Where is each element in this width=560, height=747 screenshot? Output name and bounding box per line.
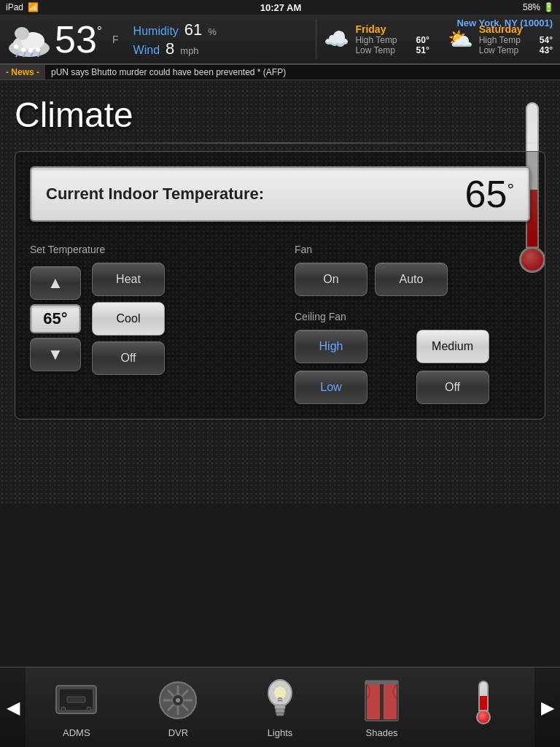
cool-button[interactable]: Cool bbox=[92, 302, 165, 336]
climate-panel: Current Indoor Temperature: 65 ° Set Tem… bbox=[15, 151, 545, 419]
shades-icon bbox=[358, 677, 405, 724]
cf-medium-button[interactable]: Medium bbox=[416, 330, 489, 363]
adms-icon bbox=[52, 677, 100, 724]
news-ticker: - News - pUN says Bhutto murder could ha… bbox=[0, 64, 560, 80]
saturday-high-label: High Temp bbox=[479, 35, 521, 45]
main-area: Climate Current Indoor Temperature: 65 °… bbox=[0, 80, 560, 503]
adms-label: ADMS bbox=[63, 727, 90, 738]
fan-auto-button[interactable]: Auto bbox=[375, 263, 448, 296]
forecast-saturday-icon: ⛅ bbox=[448, 27, 473, 51]
set-temp-section: Set Temperature ▲ 65° ▼ Heat Cool Off bbox=[30, 244, 265, 404]
lights-label: Lights bbox=[268, 727, 293, 738]
status-bar: iPad 📶 10:27 AM 58% 🔋 bbox=[0, 0, 560, 15]
ceiling-fan-label: Ceiling Fan bbox=[295, 311, 530, 322]
svg-point-7 bbox=[36, 47, 40, 52]
saturday-low-label: Low Temp bbox=[479, 45, 518, 55]
humidity-unit: % bbox=[208, 26, 217, 37]
svg-rect-30 bbox=[276, 709, 284, 713]
main-divider bbox=[15, 142, 545, 144]
temp-down-button[interactable]: ▼ bbox=[30, 338, 81, 371]
nav-item-shades[interactable]: Shades bbox=[354, 673, 409, 742]
indoor-temp-box: Current Indoor Temperature: 65 ° bbox=[30, 166, 530, 222]
temp-value: 53 bbox=[55, 20, 97, 58]
fan-label: Fan bbox=[295, 244, 530, 255]
humidity-label: Humidity bbox=[133, 25, 179, 38]
wind-value: 8 bbox=[166, 39, 174, 58]
forecast-friday: ☁️ Friday High Temp60° Low Temp51° bbox=[324, 23, 429, 55]
lights-icon bbox=[256, 677, 303, 724]
weather-header: New York, NY (10001) 53 ° bbox=[0, 15, 560, 64]
battery-icon: 🔋 bbox=[543, 2, 554, 12]
status-time: 10:27 AM bbox=[260, 2, 302, 13]
saturday-low-temp: 43° bbox=[540, 45, 553, 55]
svg-point-15 bbox=[87, 707, 91, 711]
temp-unit: ° bbox=[97, 25, 102, 38]
nav-next-button[interactable]: ▶ bbox=[534, 667, 560, 747]
svg-rect-36 bbox=[365, 681, 398, 684]
set-temp-controls: ▲ 65° ▼ Heat Cool Off bbox=[30, 263, 265, 375]
svg-rect-14 bbox=[67, 697, 85, 703]
ceiling-fan-grid: High Medium Low Off bbox=[295, 330, 530, 404]
set-temp-label: Set Temperature bbox=[30, 244, 265, 255]
temp-display: 53 ° bbox=[55, 20, 102, 58]
shades-label: Shades bbox=[366, 727, 398, 738]
nav-items: ADMS bbox=[26, 673, 534, 742]
indoor-temp-value: 65 bbox=[465, 175, 508, 213]
temp-scale-unit: F bbox=[112, 34, 119, 45]
saturday-high-temp: 54° bbox=[540, 35, 553, 45]
climate-nav-icon bbox=[460, 677, 508, 724]
fan-on-button[interactable]: On bbox=[295, 263, 368, 296]
humidity-wind: Humidity 61 % Wind 8 mph bbox=[133, 20, 217, 58]
nav-prev-button[interactable]: ◀ bbox=[0, 667, 26, 747]
svg-point-6 bbox=[28, 48, 33, 53]
climate-title: Climate bbox=[0, 80, 560, 142]
indoor-temp-readout: 65 ° bbox=[465, 175, 514, 213]
location-label: New York, NY (10001) bbox=[456, 18, 553, 28]
cf-high-button[interactable]: High bbox=[295, 330, 368, 363]
wind-row: Wind 8 mph bbox=[133, 39, 217, 58]
heat-button[interactable]: Heat bbox=[92, 263, 165, 296]
temp-scale: F bbox=[112, 34, 119, 45]
indoor-temp-label: Current Indoor Temperature: bbox=[46, 185, 264, 204]
news-text: pUN says Bhutto murder could have been p… bbox=[45, 67, 286, 77]
forecast-friday-icon: ☁️ bbox=[324, 27, 349, 51]
weather-icon-current bbox=[7, 19, 47, 59]
nav-item-dvr[interactable]: DVR bbox=[151, 673, 206, 742]
svg-point-16 bbox=[61, 707, 66, 711]
battery-label: 58% bbox=[523, 2, 540, 12]
wind-label: Wind bbox=[133, 44, 160, 57]
friday-high-label: High Temp bbox=[355, 35, 397, 45]
friday-low-label: Low Temp bbox=[355, 45, 394, 55]
friday-temps: High Temp60° Low Temp51° bbox=[355, 35, 429, 55]
saturday-temps: High Temp54° Low Temp43° bbox=[479, 35, 553, 55]
cf-low-button[interactable]: Low bbox=[295, 371, 368, 404]
device-label: iPad bbox=[6, 2, 23, 12]
friday-high-temp: 60° bbox=[416, 35, 429, 45]
temp-adjuster: ▲ 65° ▼ bbox=[30, 266, 81, 371]
svg-point-3 bbox=[15, 27, 29, 40]
wifi-icon: 📶 bbox=[28, 2, 39, 12]
temp-up-button[interactable]: ▲ bbox=[30, 266, 81, 300]
status-right: 58% 🔋 bbox=[523, 2, 554, 12]
news-label: - News - bbox=[0, 65, 45, 80]
svg-point-5 bbox=[21, 47, 26, 52]
svg-point-4 bbox=[14, 44, 18, 49]
fan-section: Fan On Auto Ceiling Fan High Medium Low … bbox=[295, 244, 530, 404]
nav-item-adms[interactable]: ADMS bbox=[49, 673, 104, 742]
nav-item-lights[interactable]: Lights bbox=[252, 673, 307, 742]
bottom-nav: ◀ ADMS bbox=[0, 667, 560, 747]
svg-rect-31 bbox=[276, 713, 284, 716]
wind-unit: mph bbox=[180, 45, 198, 56]
off-button[interactable]: Off bbox=[92, 341, 165, 375]
nav-item-climate[interactable]: Climate bbox=[456, 673, 511, 742]
current-weather: 53 ° F Humidity 61 % Wind 8 mph bbox=[7, 19, 308, 59]
fan-buttons: On Auto bbox=[295, 263, 530, 296]
friday-low-temp: 51° bbox=[416, 45, 429, 55]
cf-off-button[interactable]: Off bbox=[416, 371, 489, 404]
indoor-temp-deg: ° bbox=[507, 179, 514, 200]
humidity-row: Humidity 61 % bbox=[133, 20, 217, 39]
svg-point-19 bbox=[176, 698, 180, 703]
humidity-value: 61 bbox=[184, 20, 202, 39]
svg-rect-29 bbox=[275, 705, 285, 709]
dvr-label: DVR bbox=[168, 727, 188, 738]
